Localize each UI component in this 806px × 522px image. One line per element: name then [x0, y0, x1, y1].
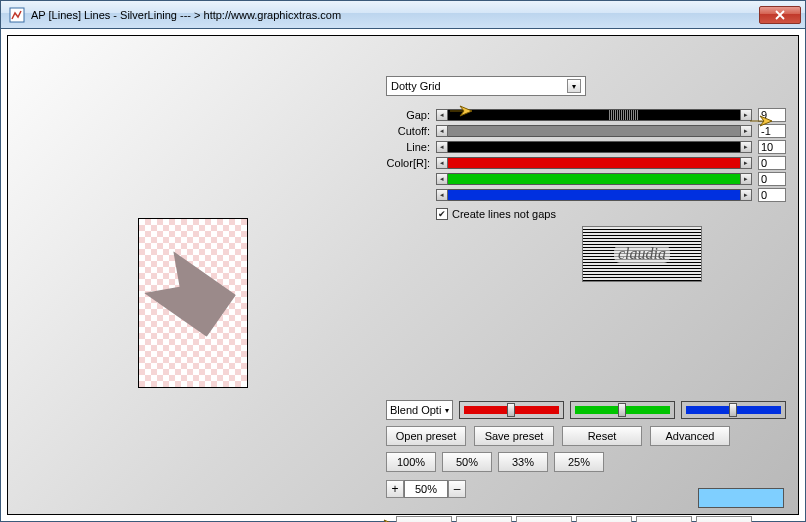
- color-button[interactable]: Color: [576, 516, 632, 522]
- save-preset-button[interactable]: Save preset: [474, 426, 554, 446]
- rgb-slider-green[interactable]: [570, 401, 675, 419]
- colorB-row: ◂ ▸: [386, 188, 786, 202]
- preview-canvas: [139, 219, 247, 387]
- inner-panel: Dotty Grid ▾ Gap: ◂ ▸ Cutoff: ◂ ▸: [7, 35, 799, 515]
- colorR-slider[interactable]: [448, 157, 740, 169]
- gap-row: Gap: ◂ ▸: [386, 108, 786, 122]
- cutoff-inc[interactable]: ▸: [740, 125, 752, 137]
- cutoff-label: Cutoff:: [386, 125, 436, 137]
- preview-panel: [138, 218, 248, 388]
- ok-button[interactable]: OK: [396, 516, 452, 522]
- zoom-out-button[interactable]: –: [448, 480, 466, 498]
- preset-dropdown[interactable]: Dotty Grid ▾: [386, 76, 586, 96]
- colorR-inc[interactable]: ▸: [740, 157, 752, 169]
- window-title: AP [Lines] Lines - SilverLining --- > ht…: [31, 9, 759, 21]
- preset-button-row: Open preset Save preset Reset Advanced: [386, 426, 786, 446]
- reset-button[interactable]: Reset: [562, 426, 642, 446]
- open-preset-button[interactable]: Open preset: [386, 426, 466, 446]
- color-swatch[interactable]: [698, 488, 784, 508]
- colorR-row: Color[R]: ◂ ▸: [386, 156, 786, 170]
- pct-25-button[interactable]: 25%: [554, 452, 604, 472]
- line-slider[interactable]: [448, 141, 740, 153]
- rgb-slider-blue[interactable]: [681, 401, 786, 419]
- content: Dotty Grid ▾ Gap: ◂ ▸ Cutoff: ◂ ▸: [1, 29, 805, 521]
- colorB-inc[interactable]: ▸: [740, 189, 752, 201]
- gap-label: Gap:: [386, 109, 436, 121]
- pointer-hand-icon: [372, 516, 398, 522]
- chevron-down-icon: ▾: [567, 79, 581, 93]
- line-inc[interactable]: ▸: [740, 141, 752, 153]
- brand-logo: claudia: [582, 226, 702, 282]
- rgb-slider-red[interactable]: [459, 401, 564, 419]
- colorG-slider[interactable]: [448, 173, 740, 185]
- colorR-dec[interactable]: ◂: [436, 157, 448, 169]
- bottom-panel: Blend Opti ▾ Open preset Save preset Res…: [386, 400, 786, 498]
- pct-50-button[interactable]: 50%: [442, 452, 492, 472]
- preset-dropdown-value: Dotty Grid: [391, 80, 441, 92]
- checkbox-label: Create lines not gaps: [452, 208, 556, 220]
- percent-row: 100% 50% 33% 25%: [386, 452, 786, 472]
- gap-value[interactable]: [758, 108, 786, 122]
- gap-slider[interactable]: [448, 109, 740, 121]
- colorG-value[interactable]: [758, 172, 786, 186]
- cutoff-row: Cutoff: ◂ ▸: [386, 124, 786, 138]
- colorG-inc[interactable]: ▸: [740, 173, 752, 185]
- colorG-dec[interactable]: ◂: [436, 173, 448, 185]
- colorB-slider[interactable]: [448, 189, 740, 201]
- pct-33-button[interactable]: 33%: [498, 452, 548, 472]
- colorB-value[interactable]: [758, 188, 786, 202]
- checkbox-row: ✔ Create lines not gaps: [436, 208, 786, 220]
- blend-select-value: Blend Opti: [390, 404, 441, 416]
- close-button[interactable]: [759, 6, 801, 24]
- brand-logo-text: claudia: [614, 245, 670, 263]
- cutoff-dec[interactable]: ◂: [436, 125, 448, 137]
- zoom-in-button[interactable]: +: [386, 480, 404, 498]
- mode-button[interactable]: Mode: [696, 516, 752, 522]
- colorR-value[interactable]: [758, 156, 786, 170]
- pct-100-button[interactable]: 100%: [386, 452, 436, 472]
- line-row: Line: ◂ ▸: [386, 140, 786, 154]
- gap-inc[interactable]: ▸: [740, 109, 752, 121]
- cutoff-value[interactable]: [758, 124, 786, 138]
- controls-panel: Dotty Grid ▾ Gap: ◂ ▸ Cutoff: ◂ ▸: [386, 76, 786, 220]
- app-icon: [9, 7, 25, 23]
- titlebar: AP [Lines] Lines - SilverLining --- > ht…: [1, 1, 805, 29]
- final-button-row: OK Cancel Xtreme Color Blend Mode: [396, 516, 752, 522]
- preview-dotgrid: [139, 219, 247, 387]
- chevron-down-icon: ▾: [445, 406, 449, 415]
- line-value[interactable]: [758, 140, 786, 154]
- blend-select[interactable]: Blend Opti ▾: [386, 400, 453, 420]
- cancel-button[interactable]: Cancel: [456, 516, 512, 522]
- colorB-dec[interactable]: ◂: [436, 189, 448, 201]
- line-label: Line:: [386, 141, 436, 153]
- app-window: AP [Lines] Lines - SilverLining --- > ht…: [0, 0, 806, 522]
- line-dec[interactable]: ◂: [436, 141, 448, 153]
- create-lines-checkbox[interactable]: ✔: [436, 208, 448, 220]
- gap-dec[interactable]: ◂: [436, 109, 448, 121]
- blend-button[interactable]: Blend: [636, 516, 692, 522]
- zoom-value[interactable]: 50%: [404, 480, 448, 498]
- advanced-button[interactable]: Advanced: [650, 426, 730, 446]
- xtreme-button[interactable]: Xtreme: [516, 516, 572, 522]
- colorG-row: ◂ ▸: [386, 172, 786, 186]
- cutoff-slider[interactable]: [448, 125, 740, 137]
- blend-row: Blend Opti ▾: [386, 400, 786, 420]
- colorR-label: Color[R]:: [386, 157, 436, 169]
